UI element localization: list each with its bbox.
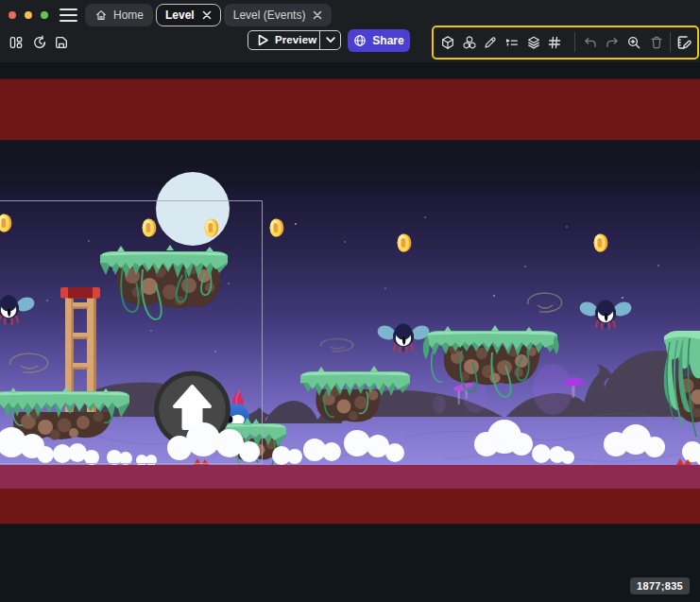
bottom-red-band[interactable] (0, 489, 700, 525)
star-5 (228, 283, 230, 284)
star-11 (524, 266, 526, 267)
star-6 (46, 300, 48, 301)
properties-pencil-icon[interactable] (483, 35, 498, 50)
cloud-7 (385, 443, 404, 462)
globe-icon (353, 34, 367, 47)
bottom-editor-area (0, 525, 700, 602)
cloud-2 (119, 452, 132, 465)
toolbar-separator (670, 32, 671, 52)
coin-5[interactable] (594, 234, 608, 252)
tab-level-events[interactable]: Level (Events) (224, 4, 333, 26)
star-8 (657, 265, 659, 267)
instances-list-icon[interactable] (504, 35, 520, 50)
editor-window: Home Level Level (Events) (0, 0, 700, 602)
tab-level-close-icon[interactable] (202, 10, 212, 20)
raspberry-band[interactable] (0, 465, 700, 489)
star-1 (344, 241, 346, 243)
cloud-9 (561, 451, 574, 464)
cloud-6 (322, 442, 341, 461)
coin-3[interactable] (270, 219, 284, 237)
undo-icon[interactable] (583, 35, 598, 50)
scene-editor-canvas[interactable]: 1877;835 (0, 62, 700, 602)
star-7 (566, 226, 568, 228)
toolbar-separator (574, 32, 575, 52)
cloud-8 (510, 433, 533, 456)
cloud-1 (68, 443, 87, 462)
tab-level-events-label: Level (Events) (233, 9, 306, 22)
share-button[interactable]: Share (348, 29, 410, 52)
cloud-4 (186, 422, 220, 456)
traffic-light-minimize-button[interactable] (25, 11, 32, 19)
star-15 (384, 287, 386, 289)
cloud-1 (84, 450, 99, 465)
cloud-7 (344, 430, 370, 456)
preview-button-label: Preview (275, 34, 316, 45)
grid-icon[interactable] (547, 35, 562, 50)
project-manager-icon[interactable] (9, 35, 24, 50)
edit-scene-properties-icon[interactable] (675, 34, 692, 51)
top-red-band[interactable] (0, 79, 700, 141)
redo-icon[interactable] (605, 35, 620, 50)
star-0 (295, 223, 297, 225)
cloud-4 (239, 441, 260, 462)
coin-2[interactable] (205, 219, 219, 237)
zoom-in-icon[interactable] (626, 35, 641, 50)
main-menu-hamburger-icon[interactable] (60, 9, 77, 22)
preview-options-dropdown[interactable] (320, 31, 340, 50)
home-icon (94, 9, 108, 22)
tab-home-label: Home (113, 9, 144, 22)
layers-editor-icon[interactable] (526, 35, 541, 50)
cloud-10 (644, 437, 665, 457)
version-history-icon[interactable] (32, 35, 47, 50)
delete-icon[interactable] (649, 35, 664, 50)
tab-level-label: Level (165, 9, 195, 22)
traffic-light-zoom-button[interactable] (41, 11, 48, 19)
tab-strip: Home Level Level (Events) (85, 4, 332, 26)
preview-button[interactable]: Preview (248, 30, 341, 51)
object-groups-editor-icon[interactable] (462, 35, 477, 50)
play-icon (257, 34, 269, 46)
cloud-5 (287, 449, 302, 464)
cloud-3 (145, 455, 157, 466)
star-2 (493, 295, 495, 297)
moon[interactable] (156, 172, 230, 246)
star-13 (214, 351, 216, 353)
star-3 (622, 297, 623, 299)
star-10 (424, 216, 426, 218)
cloud-9 (532, 444, 551, 463)
objects-editor-icon[interactable] (440, 35, 455, 50)
traffic-light-close-button[interactable] (9, 11, 16, 19)
tab-home[interactable]: Home (85, 4, 153, 26)
share-button-label: Share (372, 34, 403, 47)
cloud-0 (37, 446, 54, 463)
coin-1[interactable] (143, 219, 157, 237)
star-14 (88, 240, 90, 242)
save-icon[interactable] (54, 35, 69, 50)
star-9 (150, 330, 152, 332)
cursor-coordinates-badge: 1877;835 (630, 577, 690, 594)
editor-toolbar: Preview Share (0, 28, 700, 62)
tab-level-events-close-icon[interactable] (313, 10, 322, 20)
tab-level[interactable]: Level (156, 4, 221, 26)
window-titlebar: Home Level Level (Events) (0, 0, 700, 28)
coin-4[interactable] (398, 234, 412, 252)
